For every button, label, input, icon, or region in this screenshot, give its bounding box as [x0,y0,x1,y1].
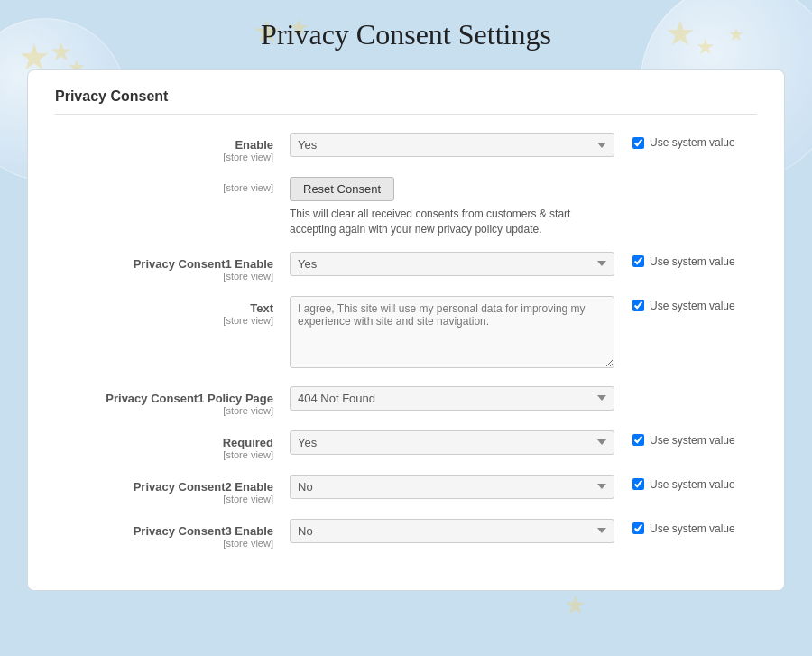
text-textarea[interactable] [290,296,614,368]
enable-system-value: Use system value [614,133,735,149]
consent1-policy-page-select[interactable]: 404 Not Found [290,386,614,411]
consent1-policy-page-system-value [614,386,632,390]
page-title: Privacy Consent Settings [27,18,785,51]
consent1-policy-page-field: 404 Not Found [290,386,614,411]
consent2-enable-field: No Yes [290,475,614,499]
consent3-enable-label: Privacy Consent3 Enable [55,524,273,538]
consent1-enable-select[interactable]: Yes No [290,252,614,276]
consent1-policy-page-row: Privacy Consent1 Policy Page [store view… [55,386,757,416]
required-label: Required [55,436,273,449]
enable-label-col: Enable [store view] [55,133,290,162]
text-row: Text [store view] Use system value [55,296,757,372]
text-system-value-checkbox[interactable] [632,300,644,311]
enable-label: Enable [55,138,273,152]
consent1-enable-system-value-checkbox[interactable] [632,255,644,267]
reset-field: Reset Consent This will clear all receiv… [290,177,614,237]
consent1-enable-row: Privacy Consent1 Enable [store view] Yes… [55,252,757,282]
text-label-col: Text [store view] [55,296,290,326]
enable-system-value-checkbox[interactable] [632,137,644,149]
consent3-enable-sublabel: [store view] [55,538,273,549]
consent2-enable-row: Privacy Consent2 Enable [store view] No … [55,475,757,504]
required-system-value-label[interactable]: Use system value [650,434,735,447]
consent1-policy-page-label: Privacy Consent1 Policy Page [55,392,273,405]
consent3-enable-system-value: Use system value [614,519,735,535]
required-select[interactable]: Yes No [290,430,614,455]
reset-label-col: [store view] [55,177,290,193]
consent3-enable-field: No Yes [290,519,614,543]
consent1-policy-page-label-col: Privacy Consent1 Policy Page [store view… [55,386,290,416]
required-row: Required [store view] Yes No Use system … [55,430,757,460]
required-system-value: Use system value [614,430,735,447]
consent1-enable-system-value-label[interactable]: Use system value [650,255,735,268]
reset-consent-row: [store view] Reset Consent This will cle… [55,177,757,237]
enable-sublabel: [store view] [55,152,273,162]
text-sublabel: [store view] [55,315,273,326]
consent1-enable-sublabel: [store view] [55,271,273,282]
panel-title: Privacy Consent [55,88,757,115]
consent1-enable-label: Privacy Consent1 Enable [55,257,273,271]
required-field: Yes No [290,430,614,455]
reset-consent-button[interactable]: Reset Consent [290,177,394,201]
consent2-enable-system-value: Use system value [614,475,735,491]
consent1-enable-system-value: Use system value [614,252,735,268]
consent3-enable-system-value-label[interactable]: Use system value [650,522,735,535]
consent2-enable-select[interactable]: No Yes [290,475,614,499]
consent1-enable-field: Yes No [290,252,614,276]
required-sublabel: [store view] [55,449,273,460]
text-label: Text [55,301,273,315]
enable-system-value-label[interactable]: Use system value [650,136,735,149]
consent3-enable-select[interactable]: No Yes [290,519,614,543]
required-label-col: Required [store view] [55,430,290,460]
text-system-value: Use system value [614,296,735,312]
consent2-enable-label-col: Privacy Consent2 Enable [store view] [55,475,290,504]
consent3-enable-row: Privacy Consent3 Enable [store view] No … [55,519,757,549]
consent2-enable-system-value-checkbox[interactable] [632,478,644,490]
consent1-enable-label-col: Privacy Consent1 Enable [store view] [55,252,290,282]
reset-sublabel: [store view] [55,182,273,193]
enable-select[interactable]: Yes No [290,133,614,157]
enable-field: Yes No [290,133,614,157]
consent3-enable-system-value-checkbox[interactable] [632,522,644,534]
text-system-value-label[interactable]: Use system value [650,300,735,312]
consent2-enable-label: Privacy Consent2 Enable [55,480,273,494]
text-field [290,296,614,372]
consent3-enable-label-col: Privacy Consent3 Enable [store view] [55,519,290,549]
consent2-enable-system-value-label[interactable]: Use system value [650,478,735,491]
consent1-policy-page-sublabel: [store view] [55,405,273,416]
privacy-consent-panel: Privacy Consent Enable [store view] Yes … [27,69,785,591]
consent2-enable-sublabel: [store view] [55,494,273,504]
reset-consent-note: This will clear all received consents fr… [290,207,596,237]
enable-row: Enable [store view] Yes No Use system va… [55,133,757,162]
required-system-value-checkbox[interactable] [632,434,644,446]
